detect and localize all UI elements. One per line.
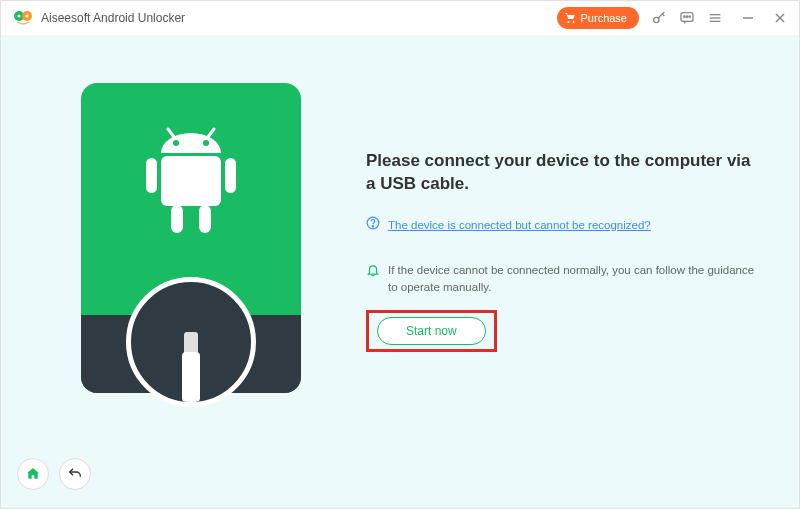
- menu-icon[interactable]: [707, 10, 723, 26]
- svg-point-16: [203, 140, 209, 146]
- help-row: The device is connected but cannot be re…: [366, 216, 761, 234]
- manual-hint: If the device cannot be connected normal…: [388, 262, 761, 297]
- main-heading: Please connect your device to the comput…: [366, 150, 761, 196]
- help-link[interactable]: The device is connected but cannot be re…: [388, 219, 651, 231]
- svg-point-7: [686, 16, 687, 17]
- purchase-button[interactable]: Purchase: [557, 7, 639, 29]
- home-icon: [25, 466, 41, 482]
- app-logo-icon: [13, 8, 33, 28]
- home-button[interactable]: [17, 458, 49, 490]
- android-robot-icon: [136, 123, 246, 243]
- svg-point-2: [17, 14, 20, 17]
- back-button[interactable]: [59, 458, 91, 490]
- svg-line-17: [168, 129, 174, 137]
- titlebar-right: Purchase: [557, 7, 787, 29]
- svg-point-15: [173, 140, 179, 146]
- svg-rect-21: [225, 158, 236, 193]
- svg-line-18: [208, 129, 214, 137]
- purchase-label: Purchase: [581, 12, 627, 24]
- usb-cable-icon: [182, 332, 200, 402]
- bell-icon: [366, 263, 380, 281]
- svg-point-6: [684, 16, 685, 17]
- back-icon: [67, 466, 83, 482]
- bottom-nav: [17, 458, 91, 490]
- app-title: Aiseesoft Android Unlocker: [41, 11, 557, 25]
- svg-rect-20: [146, 158, 157, 193]
- cart-icon: [565, 12, 577, 24]
- key-icon[interactable]: [651, 10, 667, 26]
- svg-point-8: [689, 16, 690, 17]
- start-highlight-box: Start now: [366, 310, 497, 352]
- close-button[interactable]: [773, 11, 787, 25]
- feedback-icon[interactable]: [679, 10, 695, 26]
- device-illustration: [81, 83, 301, 393]
- svg-rect-22: [171, 205, 183, 233]
- svg-point-4: [654, 17, 659, 22]
- svg-rect-23: [199, 205, 211, 233]
- minimize-button[interactable]: [741, 11, 755, 25]
- question-icon: [366, 216, 380, 234]
- svg-point-3: [25, 14, 28, 17]
- start-now-button[interactable]: Start now: [377, 317, 486, 345]
- content-area: Please connect your device to the comput…: [1, 35, 799, 509]
- svg-point-25: [372, 226, 373, 227]
- usb-magnifier: [126, 277, 256, 407]
- svg-rect-19: [161, 156, 221, 206]
- instructions-panel: Please connect your device to the comput…: [366, 150, 761, 352]
- info-row: If the device cannot be connected normal…: [366, 262, 761, 297]
- titlebar: Aiseesoft Android Unlocker Purchase: [1, 1, 799, 35]
